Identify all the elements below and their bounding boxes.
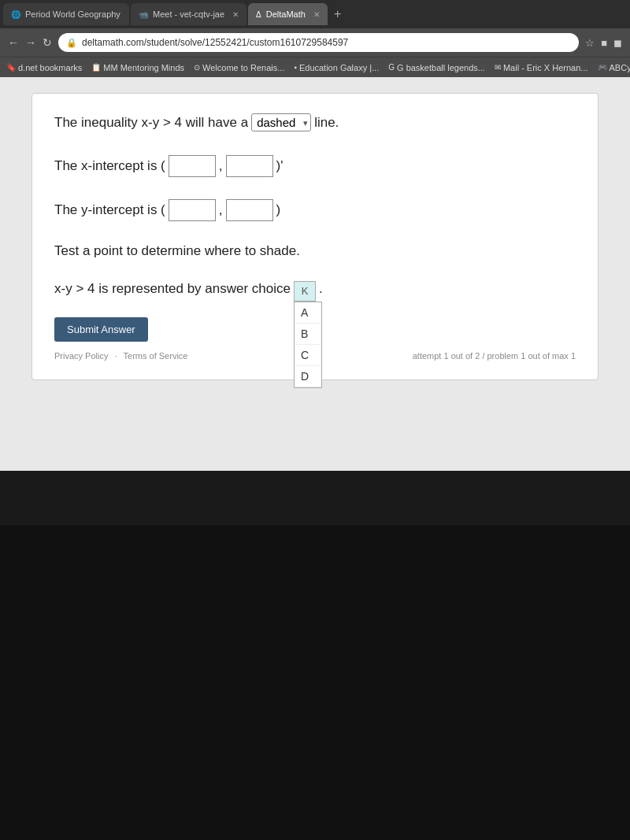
bookmark-mail[interactable]: ✉ Mail - Eric X Hernan... xyxy=(495,63,588,72)
bookmark-mail-icon: ✉ xyxy=(495,63,501,72)
lock-icon: 🔒 xyxy=(66,38,77,48)
tab-close-meet[interactable]: ✕ xyxy=(232,10,239,19)
page-content: The inequality x-y > 4 will have a dashe… xyxy=(0,77,630,471)
answer-period: . xyxy=(319,281,323,297)
address-input[interactable]: 🔒 deltamath.com/student/solve/12552421/c… xyxy=(58,33,579,52)
privacy-policy-link[interactable]: Privacy Policy xyxy=(54,351,108,361)
x-intercept-input2[interactable] xyxy=(226,155,273,177)
dark-background-area xyxy=(0,525,630,840)
address-text: deltamath.com/student/solve/12552421/cus… xyxy=(82,37,348,48)
answer-option-d[interactable]: D xyxy=(295,366,321,387)
test-point-text: Test a point to determine where to shade… xyxy=(54,243,576,259)
bookmark-galaxy-icon: ▪ xyxy=(294,63,297,72)
bookmark-basketball-icon: G xyxy=(388,63,395,72)
bookmark-renais[interactable]: ⊙ Welcome to Renais... xyxy=(194,63,284,72)
extension-icon-2[interactable]: ◼ xyxy=(613,37,622,49)
terms-of-service-link[interactable]: Terms of Service xyxy=(124,351,188,361)
answer-choice-prefix: x-y > 4 is represented by answer choice xyxy=(54,281,291,297)
x-intercept-field1[interactable] xyxy=(169,156,215,176)
bookmark-basketball[interactable]: G G basketball legends... xyxy=(388,63,485,72)
answer-option-c[interactable]: C xyxy=(295,345,321,366)
bookmark-mentoring-icon: 📋 xyxy=(91,63,101,72)
tab-icon-deltamath: Δ xyxy=(256,10,261,19)
x-intercept-suffix: )' xyxy=(276,158,284,174)
bookmark-renais-icon: ⊙ xyxy=(194,63,200,72)
answer-choice-line: x-y > 4 is represented by answer choice … xyxy=(54,281,576,302)
inequality-suffix: line. xyxy=(314,113,339,133)
dashed-dropdown[interactable]: dashed solid xyxy=(251,113,311,131)
y-intercept-field1[interactable] xyxy=(169,200,215,220)
tab-icon-meet: 📹 xyxy=(139,10,148,19)
bookmark-star-icon[interactable]: ☆ xyxy=(585,37,595,49)
answer-select-box[interactable]: K xyxy=(294,281,316,302)
x-intercept-field2[interactable] xyxy=(227,156,272,176)
submit-answer-button[interactable]: Submit Answer xyxy=(54,317,148,342)
x-intercept-line: The x-intercept is ( , )' xyxy=(54,155,576,177)
back-button[interactable]: ← xyxy=(8,36,19,49)
tab-world-geography[interactable]: 🌐 Period World Geography ✕ xyxy=(3,3,129,25)
extension-icon-1[interactable]: ■ xyxy=(601,37,607,49)
bookmark-abcya-icon: 🎮 xyxy=(598,63,607,72)
bookmark-mentoring[interactable]: 📋 MM Mentoring Minds xyxy=(91,63,184,72)
tab-meet[interactable]: 📹 Meet - vet-cqtv-jae ✕ xyxy=(131,3,246,25)
tab-icon-geography: 🌐 xyxy=(11,10,20,19)
tab-bar: 🌐 Period World Geography ✕ 📹 Meet - vet-… xyxy=(0,0,630,28)
answer-dropdown-menu: A B C D xyxy=(294,302,322,388)
browser-window: 🌐 Period World Geography ✕ 📹 Meet - vet-… xyxy=(0,0,630,471)
answer-option-a[interactable]: A xyxy=(295,302,321,324)
inequality-prefix: The inequality x-y > 4 will have a xyxy=(54,113,248,133)
tab-close-geography[interactable]: ✕ xyxy=(128,10,129,19)
answer-option-b[interactable]: B xyxy=(295,324,321,345)
dashed-dropdown-wrapper[interactable]: dashed solid xyxy=(251,113,311,133)
x-intercept-prefix: The x-intercept is ( xyxy=(54,158,165,174)
bookmark-dnet-icon: 🔖 xyxy=(6,63,16,72)
y-intercept-line: The y-intercept is ( , ) xyxy=(54,199,576,221)
answer-dropdown-wrapper[interactable]: K A B C D xyxy=(294,281,316,302)
refresh-button[interactable]: ↻ xyxy=(43,36,52,49)
tab-close-deltamath[interactable]: ✕ xyxy=(313,10,320,19)
inequality-line: The inequality x-y > 4 will have a dashe… xyxy=(54,113,576,133)
new-tab-button[interactable]: + xyxy=(329,7,346,21)
y-intercept-prefix: The y-intercept is ( xyxy=(54,202,165,218)
attempt-text: attempt 1 out of 2 / problem 1 out of ma… xyxy=(413,351,576,361)
x-intercept-input1[interactable] xyxy=(169,155,216,177)
toolbar-icons: ☆ ■ ◼ xyxy=(585,37,622,49)
y-intercept-suffix: ) xyxy=(276,202,281,218)
address-bar: ← → ↻ 🔒 deltamath.com/student/solve/1255… xyxy=(0,28,630,57)
forward-button[interactable]: → xyxy=(25,36,36,49)
bookmark-dnet[interactable]: 🔖 d.net bookmarks xyxy=(6,63,82,72)
answer-current-value: K xyxy=(302,285,309,297)
problem-card: The inequality x-y > 4 will have a dashe… xyxy=(32,93,598,380)
bookmark-abcya[interactable]: 🎮 ABCya! | xyxy=(598,63,630,72)
bookmark-education-galaxy[interactable]: ▪ Education Galaxy |... xyxy=(294,63,379,72)
bookmarks-bar: 🔖 d.net bookmarks 📋 MM Mentoring Minds ⊙… xyxy=(0,57,630,77)
x-intercept-comma: , xyxy=(219,158,223,174)
y-intercept-field2[interactable] xyxy=(227,200,272,220)
y-intercept-input2[interactable] xyxy=(226,199,273,221)
y-intercept-comma: , xyxy=(219,202,223,218)
tab-deltamath[interactable]: Δ DeltaMath ✕ xyxy=(248,3,328,25)
y-intercept-input1[interactable] xyxy=(169,199,216,221)
